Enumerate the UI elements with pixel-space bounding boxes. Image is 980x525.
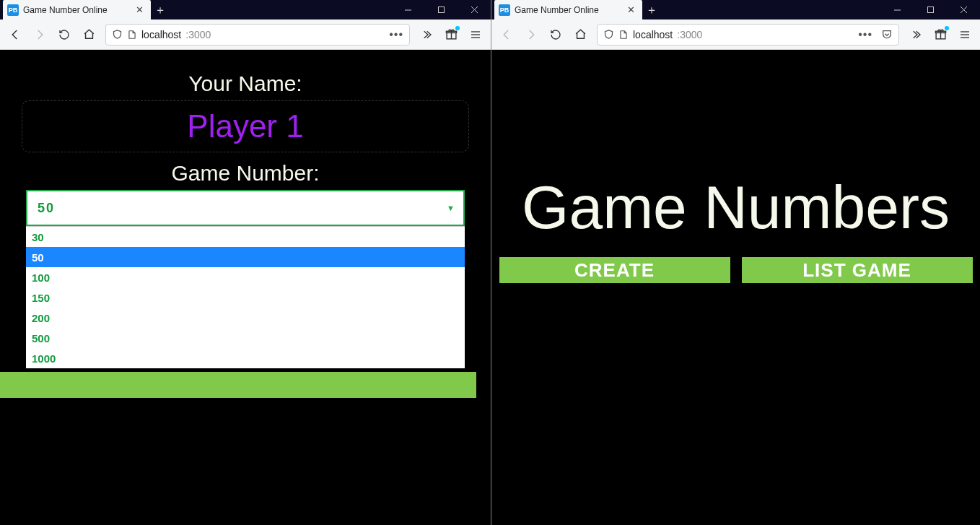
tab-close-icon[interactable]: ✕ — [626, 4, 636, 15]
svg-rect-1 — [438, 7, 444, 13]
pocket-icon[interactable] — [881, 29, 893, 40]
url-host: localhost — [633, 29, 673, 40]
chevron-down-icon: ▼ — [447, 204, 456, 212]
browser-tab[interactable]: PB Game Number Online ✕ — [3, 0, 151, 19]
tab-title: Game Number Online — [515, 5, 626, 15]
dropdown-option[interactable]: 100 — [26, 267, 465, 287]
address-bar[interactable]: localhost:3000 ••• — [105, 24, 410, 45]
new-tab-button[interactable]: ＋ — [642, 1, 661, 19]
tab-title: Game Number Online — [23, 5, 134, 15]
svg-rect-11 — [927, 7, 933, 13]
shield-icon — [603, 29, 614, 40]
dropdown-option[interactable]: 1000 — [26, 348, 465, 368]
forward-button[interactable] — [520, 24, 542, 45]
whats-new-icon[interactable] — [929, 24, 951, 45]
page-info-icon — [618, 30, 629, 40]
dropdown-option[interactable]: 150 — [26, 287, 465, 308]
dropdown-option[interactable]: 30 — [26, 227, 465, 247]
page-actions-icon[interactable]: ••• — [389, 28, 403, 41]
reload-button[interactable] — [545, 24, 566, 45]
select-value: 50 — [38, 201, 55, 216]
url-port: :3000 — [677, 29, 702, 40]
titlebar: PB Game Number Online ✕ ＋ — [0, 0, 491, 19]
player-name-input[interactable] — [22, 100, 469, 152]
page-content-right: Game Numbers CREATE LIST GAME — [491, 50, 980, 525]
dropdown-option[interactable]: 200 — [26, 308, 465, 328]
new-tab-button[interactable]: ＋ — [151, 1, 170, 19]
dropdown-option[interactable]: 500 — [26, 328, 465, 348]
whats-new-icon[interactable] — [440, 24, 462, 45]
overflow-button[interactable] — [416, 24, 437, 45]
back-button[interactable] — [496, 24, 517, 45]
address-bar[interactable]: localhost:3000 ••• — [597, 24, 899, 45]
back-button[interactable] — [4, 24, 26, 45]
window-controls — [880, 0, 980, 19]
right-window: PB Game Number Online ✕ ＋ localhost:3000… — [491, 0, 980, 525]
page-title: Game Numbers — [491, 50, 980, 243]
list-game-button[interactable]: LIST GAME — [742, 257, 973, 283]
reload-button[interactable] — [53, 24, 75, 45]
forward-button[interactable] — [29, 24, 51, 45]
window-maximize-button[interactable] — [424, 0, 458, 19]
game-number-dropdown: 30501001502005001000 — [26, 226, 465, 368]
name-label: Your Name: — [14, 71, 476, 96]
url-host: localhost — [141, 29, 181, 40]
url-port: :3000 — [185, 29, 211, 40]
window-minimize-button[interactable] — [880, 0, 914, 19]
window-controls — [391, 0, 491, 19]
window-maximize-button[interactable] — [914, 0, 947, 19]
favicon: PB — [7, 4, 19, 16]
dropdown-option[interactable]: 50 — [26, 247, 465, 267]
window-minimize-button[interactable] — [391, 0, 424, 19]
favicon: PB — [499, 4, 510, 16]
menu-button[interactable] — [954, 24, 976, 45]
left-window: PB Game Number Online ✕ ＋ localhost:3000… — [0, 0, 491, 525]
page-actions-icon[interactable]: ••• — [858, 28, 872, 41]
submit-bar[interactable] — [0, 372, 476, 398]
home-button[interactable] — [78, 24, 100, 45]
shield-icon — [112, 29, 123, 40]
page-content-left: Your Name: Game Number: 50 ▼ 30501001502… — [0, 50, 491, 525]
menu-button[interactable] — [465, 24, 486, 45]
page-info-icon — [127, 30, 137, 40]
toolbar: localhost:3000 ••• — [491, 19, 980, 50]
window-close-button[interactable] — [458, 0, 491, 19]
number-label: Game Number: — [14, 161, 476, 186]
toolbar: localhost:3000 ••• — [0, 19, 491, 50]
create-button[interactable]: CREATE — [499, 257, 730, 283]
titlebar: PB Game Number Online ✕ ＋ — [491, 0, 980, 19]
browser-tab[interactable]: PB Game Number Online ✕ — [494, 0, 642, 19]
tab-close-icon[interactable]: ✕ — [134, 4, 145, 15]
overflow-button[interactable] — [905, 24, 927, 45]
game-number-select[interactable]: 50 ▼ — [26, 190, 465, 226]
window-close-button[interactable] — [947, 0, 980, 19]
home-button[interactable] — [569, 24, 591, 45]
